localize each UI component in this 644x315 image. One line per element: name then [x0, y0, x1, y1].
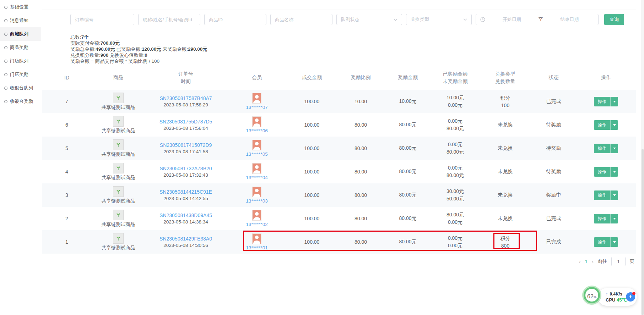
- product-name-input[interactable]: [270, 14, 332, 25]
- ratio-cell: 80.00: [337, 183, 385, 207]
- page-number-1[interactable]: 1: [585, 259, 588, 264]
- unrewarded-amount: 50.00元: [447, 196, 464, 202]
- member-avatar[interactable]: [252, 233, 261, 244]
- product-image[interactable]: [113, 210, 124, 220]
- status-cell: 待奖励: [531, 160, 576, 183]
- member-id-link[interactable]: 13******01: [246, 245, 268, 250]
- date-range-picker[interactable]: 开始日期 至 结束日期: [476, 14, 599, 25]
- product-image[interactable]: [113, 233, 124, 244]
- action-button-label[interactable]: 操作: [594, 120, 610, 130]
- sidebar-item-商城队列[interactable]: 商城队列: [0, 27, 41, 41]
- table-row: 5共享链测试商品SN23050817415072D92023-05-08 17:…: [42, 137, 636, 160]
- product-name: 共享链测试商品: [102, 221, 135, 228]
- sidebar-item-门店奖励[interactable]: 门店奖励: [0, 68, 41, 81]
- member-avatar[interactable]: [252, 93, 261, 104]
- sidebar-item-收银台队列[interactable]: 收银台队列: [0, 81, 41, 95]
- action-split-button[interactable]: 操作: [594, 190, 618, 200]
- member-id-link[interactable]: 13******03: [246, 198, 268, 204]
- status-text: 待奖励: [546, 122, 561, 128]
- order-number-link[interactable]: SN230508144215C91E: [159, 189, 212, 195]
- action-dropdown-button[interactable]: [610, 120, 618, 130]
- top-divider: [42, 10, 636, 10]
- next-page-button[interactable]: ›: [592, 259, 594, 265]
- action-dropdown-button[interactable]: [610, 167, 618, 177]
- action-button-label[interactable]: 操作: [594, 167, 610, 177]
- summary-line: 奖励总金额:490.00元 已奖励金额:120.00元 未奖励金额:290.00…: [70, 46, 636, 52]
- filter-bar: 队列状态 兑换类型 开始日期 至 结束日期 查询: [70, 14, 636, 25]
- member-avatar[interactable]: [252, 163, 261, 174]
- member-avatar[interactable]: [252, 210, 261, 221]
- goto-page-input[interactable]: [611, 257, 626, 266]
- queue-status-select[interactable]: 队列状态: [336, 14, 402, 25]
- order-number-link[interactable]: SN2305081755D787D5: [159, 119, 212, 125]
- order-number-link[interactable]: SN23050817587B48A7: [159, 95, 212, 101]
- expand-button[interactable]: +: [626, 292, 635, 302]
- scrollbar-thumb[interactable]: [642, 149, 644, 315]
- product-image[interactable]: [113, 163, 124, 173]
- product-id-input[interactable]: [204, 14, 266, 25]
- action-button-label[interactable]: 操作: [594, 144, 610, 153]
- member-avatar[interactable]: [252, 140, 261, 150]
- action-button-label[interactable]: 操作: [594, 190, 610, 200]
- member-avatar[interactable]: [252, 116, 261, 127]
- amount-cell: 100.00: [287, 207, 337, 230]
- action-split-button[interactable]: 操作: [594, 237, 618, 247]
- action-split-button[interactable]: 操作: [594, 214, 618, 223]
- summary-line: 奖励金额 = 商品支付金额 * 奖励比例 / 100: [70, 58, 636, 64]
- order-number-link[interactable]: SN2305081438D09A45: [159, 212, 212, 218]
- usage-gauge[interactable]: 62 %: [584, 287, 600, 303]
- member-id-link[interactable]: 13******07: [246, 105, 268, 110]
- order-no-input[interactable]: [70, 14, 134, 25]
- action-dropdown-button[interactable]: [610, 97, 618, 106]
- sidebar-item-商品奖励[interactable]: 商品奖励: [0, 41, 41, 54]
- prev-page-button[interactable]: ‹: [579, 259, 581, 265]
- member-avatar[interactable]: [252, 187, 261, 197]
- product-image[interactable]: [113, 116, 124, 127]
- sidebar-item-门店队列[interactable]: 门店队列: [0, 54, 41, 68]
- member-id-link[interactable]: 13******05: [246, 151, 268, 157]
- page-scrollbar[interactable]: [641, 0, 644, 315]
- sidebar-item-消息通知[interactable]: 消息通知: [0, 14, 41, 27]
- action-button-label[interactable]: 操作: [594, 97, 610, 106]
- header-cell: 兑换类型兑换数量: [480, 66, 531, 90]
- caret-down-icon: [613, 194, 616, 196]
- product-image[interactable]: [113, 93, 124, 103]
- member-id-link[interactable]: 13******06: [246, 128, 268, 133]
- action-dropdown-button[interactable]: [610, 214, 618, 223]
- row-id: 7: [65, 99, 68, 104]
- notification-dot: [632, 292, 635, 295]
- action-split-button[interactable]: 操作: [594, 120, 618, 130]
- sidebar-item-label: 门店队列: [10, 58, 28, 64]
- action-dropdown-button[interactable]: [610, 190, 618, 200]
- table-header: ID商品订单号时间会员成交金额奖励比例奖励金额已奖励金额未奖励金额兑换类型兑换数…: [42, 66, 636, 90]
- action-button-label[interactable]: 操作: [594, 214, 610, 223]
- sidebar-item-基础设置[interactable]: 基础设置: [0, 0, 41, 14]
- action-split-button[interactable]: 操作: [594, 97, 618, 106]
- circle-icon: [4, 19, 7, 22]
- caret-down-icon: [613, 241, 616, 243]
- action-split-button[interactable]: 操作: [594, 144, 618, 153]
- order-number-link[interactable]: SN2305081429FE38A0: [159, 236, 212, 242]
- member-id-link[interactable]: 13******02: [246, 222, 268, 227]
- member-search-input[interactable]: [138, 14, 200, 25]
- row-id: 5: [65, 145, 68, 151]
- exchange-type-placeholder: 兑换类型: [411, 16, 429, 23]
- product-cell: 共享链测试商品: [92, 207, 145, 230]
- member-id-link[interactable]: 13******04: [246, 175, 268, 180]
- action-split-button[interactable]: 操作: [594, 167, 618, 177]
- action-dropdown-button[interactable]: [610, 237, 618, 247]
- order-number-link[interactable]: SN23050817415072D9: [160, 142, 212, 148]
- action-button-label[interactable]: 操作: [594, 237, 610, 247]
- header-cell: 会员: [227, 66, 287, 90]
- order-time: 2023-05-08 17:56:04: [163, 126, 208, 131]
- product-image[interactable]: [113, 186, 124, 197]
- order-number-link[interactable]: SN2305081732A78B20: [159, 166, 212, 171]
- product-image[interactable]: [113, 139, 124, 150]
- rewarded-amount: 0.00元: [448, 118, 462, 125]
- member-cell: 13******02: [227, 207, 287, 230]
- action-dropdown-button[interactable]: [610, 144, 618, 153]
- exchange-type-select[interactable]: 兑换类型: [406, 14, 472, 25]
- search-button[interactable]: 查询: [604, 14, 624, 25]
- sidebar-item-收银台奖励[interactable]: 收银台奖励: [0, 95, 41, 108]
- page-unit-label: 页: [630, 258, 634, 265]
